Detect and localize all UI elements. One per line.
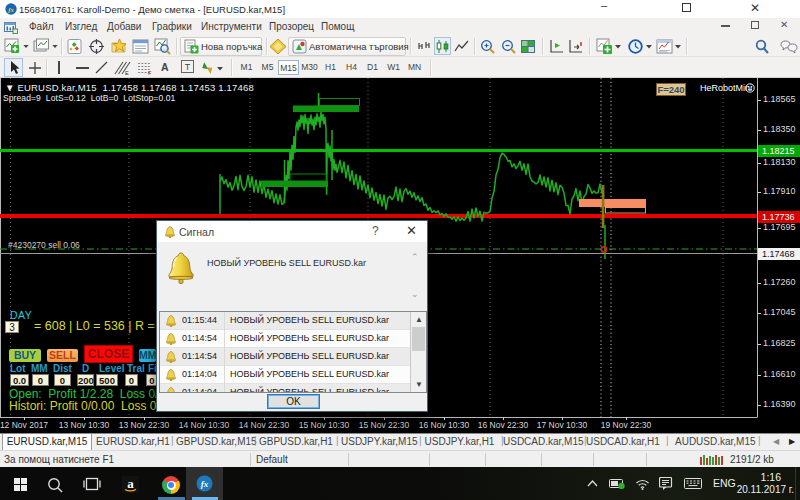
- svg-text:fx: fx: [201, 479, 209, 489]
- svg-text:a: a: [127, 476, 134, 491]
